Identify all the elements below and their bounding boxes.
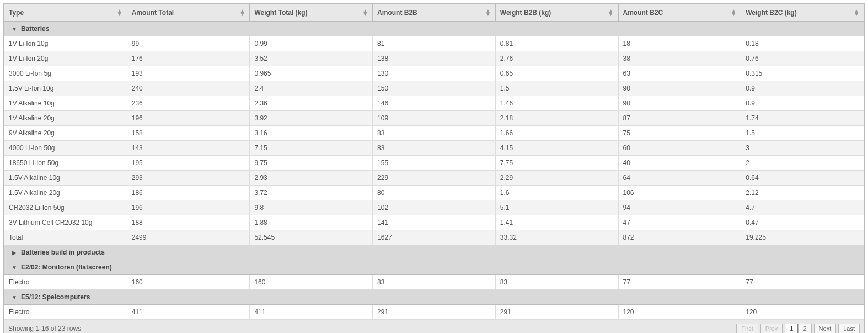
cell-wt_b2c: 0.9 <box>741 81 864 96</box>
cell-type: 1V Li-Ion 10g <box>4 36 127 51</box>
cell-type: 18650 Li-Ion 50g <box>4 156 127 171</box>
cell-wt_b2c: 0.47 <box>741 215 864 230</box>
cell-wt_b2c: 2 <box>741 156 864 171</box>
cell-wt_b2c: 0.64 <box>741 171 864 186</box>
cell-amt_total: 143 <box>127 141 250 156</box>
cell-wt_total: 9.75 <box>250 156 373 171</box>
cell-amt_total: 186 <box>127 186 250 200</box>
column-label: Type <box>9 9 24 17</box>
column-header[interactable]: Weight Total (kg)▲▼ <box>250 4 373 22</box>
column-header[interactable]: Amount B2C▲▼ <box>618 4 741 22</box>
first-button[interactable]: First <box>736 324 758 333</box>
table-row: Electro411411291291120120 <box>4 305 864 320</box>
column-header[interactable]: Type▲▼ <box>4 4 127 22</box>
table-row: 1V Alkaline 10g2362.361461.46900.9 <box>4 96 864 111</box>
cell-wt_b2c: 1.5 <box>741 126 864 141</box>
table-row: 18650 Li-Ion 50g1959.751557.75402 <box>4 156 864 171</box>
column-header[interactable]: Weight B2C (kg)▲▼ <box>741 4 864 22</box>
cell-wt_total: 411 <box>250 305 373 320</box>
cell-wt_b2c: 77 <box>741 275 864 290</box>
cell-amt_b2c: 38 <box>618 51 741 66</box>
cell-amt_b2c: 63 <box>618 66 741 81</box>
sort-icon[interactable]: ▲▼ <box>362 9 368 16</box>
column-label: Weight B2C (kg) <box>746 9 796 17</box>
group-header[interactable]: ▼E5/12: Spelcomputers <box>4 290 864 305</box>
table-row: 1V Li-Ion 20g1763.521382.76380.76 <box>4 51 864 66</box>
group-label: E2/02: Monitoren (flatscreen) <box>21 263 112 271</box>
column-header[interactable]: Amount B2B▲▼ <box>373 4 496 22</box>
table-row: 4000 Li-Ion 50g1437.15834.15603 <box>4 141 864 156</box>
cell-amt_b2b: 80 <box>373 186 496 200</box>
cell-amt_total: 188 <box>127 215 250 230</box>
sort-icon[interactable]: ▲▼ <box>485 9 491 16</box>
cell-wt_total: 9.8 <box>250 200 373 215</box>
cell-amt_total: 160 <box>127 275 250 290</box>
cell-amt_b2c: 106 <box>618 186 741 200</box>
cell-type: Electro <box>4 275 127 290</box>
page-button[interactable]: 1 <box>785 324 798 333</box>
cell-amt_b2c: 18 <box>618 36 741 51</box>
cell-type: 1.5V Alkaline 10g <box>4 171 127 186</box>
sort-icon[interactable]: ▲▼ <box>854 9 859 16</box>
cell-wt_b2c: 19.225 <box>741 230 864 245</box>
group-header[interactable]: ▶Batteries build in products <box>4 245 864 260</box>
cell-wt_total: 1.88 <box>250 215 373 230</box>
cell-amt_b2c: 64 <box>618 171 741 186</box>
table-row: 3V Lithium Cell CR2032 10g1881.881411.41… <box>4 215 864 230</box>
column-header[interactable]: Weight B2B (kg)▲▼ <box>495 4 618 22</box>
cell-wt_b2b: 5.1 <box>495 200 618 215</box>
cell-wt_b2b: 2.76 <box>495 51 618 66</box>
table-row: 9V Alkaline 20g1583.16831.66751.5 <box>4 126 864 141</box>
cell-wt_total: 0.99 <box>250 36 373 51</box>
chevron-down-icon[interactable]: ▼ <box>11 265 18 271</box>
cell-type: Total <box>4 230 127 245</box>
data-table: Type▲▼Amount Total▲▼Weight Total (kg)▲▼A… <box>3 3 865 320</box>
sort-icon[interactable]: ▲▼ <box>240 9 245 16</box>
page-button[interactable]: 2 <box>798 324 811 333</box>
row-status: Showing 1-16 of 23 rows <box>8 325 81 332</box>
next-button[interactable]: Next <box>814 324 837 333</box>
cell-amt_b2c: 75 <box>618 126 741 141</box>
sort-icon[interactable]: ▲▼ <box>731 9 736 16</box>
cell-wt_total: 3.52 <box>250 51 373 66</box>
group-header[interactable]: ▼Batteries <box>4 22 864 36</box>
column-header[interactable]: Amount Total▲▼ <box>127 4 250 22</box>
column-label: Weight B2B (kg) <box>500 9 551 17</box>
chevron-right-icon[interactable]: ▶ <box>11 250 18 256</box>
cell-wt_b2c: 0.9 <box>741 96 864 111</box>
cell-wt_b2c: 0.18 <box>741 36 864 51</box>
sort-icon[interactable]: ▲▼ <box>117 9 122 16</box>
chevron-down-icon[interactable]: ▼ <box>11 26 18 32</box>
cell-type: 1.5V Alkaline 20g <box>4 186 127 200</box>
cell-amt_total: 2499 <box>127 230 250 245</box>
cell-wt_b2b: 0.81 <box>495 36 618 51</box>
cell-wt_total: 52.545 <box>250 230 373 245</box>
cell-wt_b2b: 7.75 <box>495 156 618 171</box>
cell-amt_b2b: 130 <box>373 66 496 81</box>
group-label: Batteries build in products <box>21 249 105 256</box>
cell-amt_b2b: 109 <box>373 111 496 126</box>
cell-wt_total: 3.72 <box>250 186 373 200</box>
cell-amt_b2b: 155 <box>373 156 496 171</box>
cell-wt_total: 2.93 <box>250 171 373 186</box>
group-header[interactable]: ▼E2/02: Monitoren (flatscreen) <box>4 260 864 275</box>
cell-amt_total: 411 <box>127 305 250 320</box>
cell-amt_b2b: 138 <box>373 51 496 66</box>
cell-wt_b2b: 0.65 <box>495 66 618 81</box>
cell-wt_b2b: 1.41 <box>495 215 618 230</box>
column-label: Amount B2C <box>623 9 663 17</box>
cell-wt_b2c: 0.76 <box>741 51 864 66</box>
cell-type: 4000 Li-Ion 50g <box>4 141 127 156</box>
last-button[interactable]: Last <box>838 324 860 333</box>
cell-wt_b2b: 1.5 <box>495 81 618 96</box>
table-row: 1V Li-Ion 10g990.99810.81180.18 <box>4 36 864 51</box>
cell-wt_total: 3.92 <box>250 111 373 126</box>
prev-button[interactable]: Prev <box>760 324 783 333</box>
sort-icon[interactable]: ▲▼ <box>608 9 614 16</box>
chevron-down-icon[interactable]: ▼ <box>11 294 18 300</box>
cell-amt_b2b: 83 <box>373 275 496 290</box>
cell-amt_total: 158 <box>127 126 250 141</box>
cell-amt_total: 193 <box>127 66 250 81</box>
cell-wt_total: 7.15 <box>250 141 373 156</box>
cell-amt_b2c: 40 <box>618 156 741 171</box>
